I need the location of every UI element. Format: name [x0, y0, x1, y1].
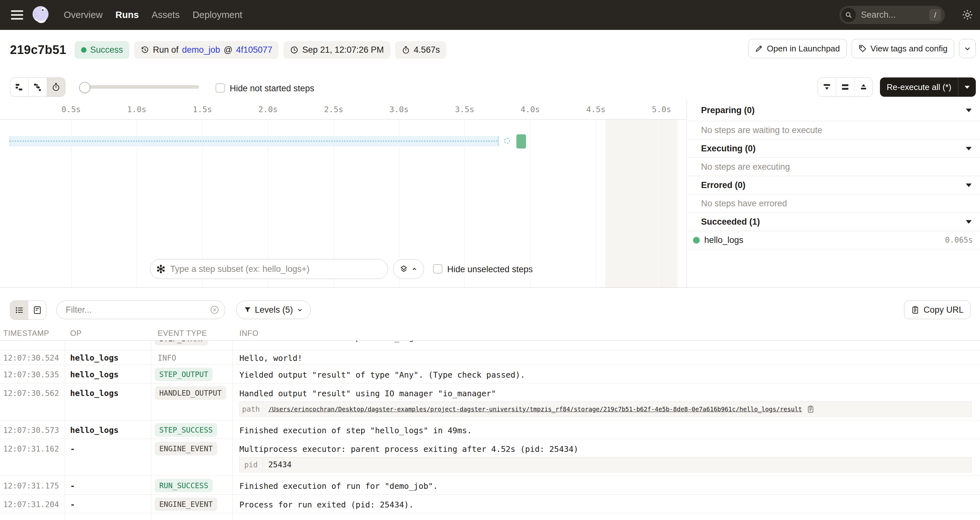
- step-subset-box: [150, 259, 388, 279]
- copy-path-icon[interactable]: [807, 405, 815, 413]
- log-timestamp: 12:07:31.204: [3, 500, 59, 509]
- log-level-label: INFO: [158, 354, 176, 363]
- axis-tick: 2.5s: [324, 105, 343, 114]
- metadata-path-link[interactable]: /Users/erincochran/Desktop/dagster-examp…: [268, 406, 802, 413]
- top-nav: Overview Runs Assets Deployment /: [0, 0, 980, 30]
- primary-nav: Overview Runs Assets Deployment: [64, 10, 242, 20]
- metadata-key: pid: [240, 457, 262, 472]
- event-type-badge: RUN_SUCCESS: [155, 479, 213, 492]
- re-execute-all-button[interactable]: Re-execute all (*): [880, 78, 976, 97]
- log-op: -: [70, 500, 75, 509]
- caret-down-icon: [964, 86, 970, 89]
- col-event-type: EVENT TYPE: [158, 329, 207, 338]
- log-op: hello_logs: [70, 388, 119, 398]
- log-op: hello_logs: [70, 353, 119, 363]
- view-tags-config-button[interactable]: View tags and config: [852, 39, 954, 58]
- status-dot-icon: [81, 47, 86, 53]
- more-run-actions-button[interactable]: [959, 39, 976, 58]
- commit-link[interactable]: 4f105077: [236, 45, 272, 55]
- gantt-timed-view-button[interactable]: [47, 78, 65, 97]
- section-executing[interactable]: Executing (0): [687, 140, 980, 158]
- axis-tick: 5.0s: [652, 105, 671, 114]
- event-type-badge: STEP_START: [155, 340, 208, 346]
- step-waiting-dotted-line: [10, 141, 498, 141]
- settings-gear-icon[interactable]: [961, 9, 974, 21]
- clipboard-icon: [911, 306, 920, 314]
- log-filter-input[interactable]: [65, 305, 210, 315]
- log-row: 12:07:30.524 hello_logs INFO Hello, worl…: [0, 350, 980, 365]
- tag-icon: [858, 44, 867, 53]
- clear-filter-icon[interactable]: [210, 305, 220, 315]
- section-preparing[interactable]: Preparing (0): [687, 100, 980, 121]
- log-info: Hello, world!: [239, 354, 972, 363]
- log-info: Finished execution of step "hello_logs" …: [239, 426, 972, 435]
- gantt-waterfall-view-button[interactable]: [28, 78, 47, 97]
- log-table-body: STEP_START Started execution of step "he…: [0, 340, 980, 520]
- funnel-icon: [243, 306, 251, 314]
- log-timestamp: 12:07:30.562: [3, 389, 59, 398]
- section-caret-icon: [966, 147, 972, 151]
- hamburger-menu-icon[interactable]: [11, 8, 23, 22]
- log-timestamp: 12:07:31.162: [3, 444, 59, 453]
- split-panels-button[interactable]: [836, 78, 854, 97]
- section-succeeded[interactable]: Succeeded (1): [687, 213, 980, 231]
- log-view-mode-group: [10, 301, 46, 320]
- gantt-zoom-slider-knob[interactable]: [79, 82, 91, 93]
- levels-dropdown[interactable]: Levels (5): [236, 301, 311, 319]
- gantt-flat-view-button[interactable]: [10, 78, 28, 97]
- col-op: OP: [70, 329, 82, 338]
- log-list-view-button[interactable]: [10, 301, 28, 319]
- axis-line: [0, 119, 687, 120]
- log-filter-box: [56, 301, 225, 319]
- gantt-toolbar: Hide not started steps Re-execute all (*…: [0, 70, 980, 100]
- run-id-title: 219c7b51: [10, 43, 66, 57]
- copy-url-button[interactable]: Copy URL: [904, 301, 970, 319]
- gantt-zoom-slider[interactable]: [80, 85, 199, 89]
- nav-item-deployment[interactable]: Deployment: [192, 10, 242, 20]
- search-input[interactable]: [860, 10, 929, 20]
- hide-unselected-label: Hide unselected steps: [447, 265, 533, 274]
- axis-tick: 1.5s: [193, 105, 212, 114]
- section-errored[interactable]: Errored (0): [687, 176, 980, 195]
- log-row: 12:07:30.562 hello_logs HANDLED_OUTPUT H…: [0, 384, 980, 420]
- run-of-pill: Run of demo_job @ 4f105077: [134, 41, 278, 59]
- nav-item-assets[interactable]: Assets: [151, 10, 180, 20]
- step-subset-input[interactable]: [170, 264, 388, 274]
- chevron-down-icon: [963, 44, 972, 53]
- dagster-logo: [31, 5, 51, 25]
- hide-not-started-checkbox[interactable]: [216, 83, 225, 93]
- open-launchpad-button[interactable]: Open in Launchpad: [748, 39, 847, 58]
- metadata-value: 25434: [268, 460, 291, 469]
- log-info: Handled output "result" using IO manager…: [239, 389, 972, 398]
- log-info: Yielded output "result" of type "Any". (…: [239, 370, 972, 380]
- search-shortcut-badge: /: [929, 9, 941, 21]
- step-selector-button[interactable]: [393, 259, 424, 279]
- log-structured-view-button[interactable]: [28, 301, 46, 319]
- collapse-panel-down-button[interactable]: [818, 78, 836, 97]
- hide-unselected-checkbox[interactable]: [433, 264, 442, 274]
- nav-item-runs[interactable]: Runs: [116, 10, 139, 20]
- log-timestamp: 12:07:30.573: [3, 426, 59, 435]
- status-badge: Success: [75, 41, 129, 59]
- job-link[interactable]: demo_job: [182, 45, 220, 55]
- metadata-key: path: [240, 402, 262, 417]
- log-toolbar: Levels (5) Copy URL: [0, 288, 980, 325]
- re-execute-options-button[interactable]: [958, 78, 976, 97]
- timestamp-pill: Sep 21, 12:07:26 PM: [283, 41, 390, 59]
- nav-item-overview[interactable]: Overview: [64, 10, 103, 20]
- axis-tick: 0.5s: [62, 105, 81, 114]
- post-run-shaded-region: [605, 120, 678, 287]
- search-box[interactable]: /: [839, 6, 945, 24]
- section-caret-icon: [966, 184, 972, 187]
- step-duration: 0.065s: [945, 236, 973, 244]
- log-info: Finished execution of run for "demo_job"…: [239, 482, 972, 491]
- succeeded-step-row[interactable]: hello_logs 0.065s: [687, 231, 980, 249]
- log-timestamp: 12:07:31.175: [3, 482, 59, 490]
- log-op: -: [70, 481, 75, 490]
- log-row: 12:07:30.573 hello_logs STEP_SUCCESS Fin…: [0, 420, 980, 439]
- event-type-badge: STEP_SUCCESS: [155, 423, 217, 437]
- dagster-run-page: Overview Runs Assets Deployment / 219c7b…: [0, 0, 980, 520]
- errored-empty-text: No steps have errored: [687, 195, 980, 213]
- step-bar-hello-logs[interactable]: [516, 134, 526, 149]
- expand-panel-up-button[interactable]: [854, 78, 873, 97]
